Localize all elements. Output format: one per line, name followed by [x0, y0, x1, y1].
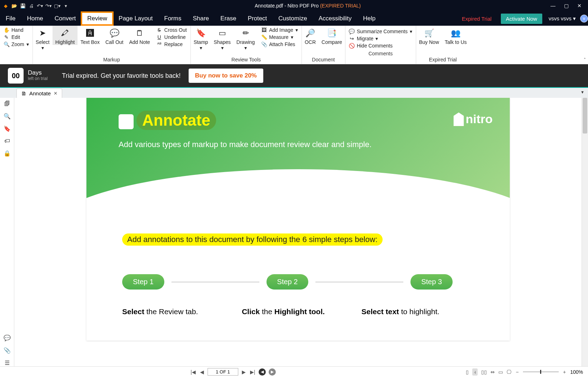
cross-out-button[interactable]: S̶Cross Out — [156, 27, 187, 33]
stamp-icon: 🔖 — [196, 27, 206, 39]
view-single-icon[interactable]: ▯ — [466, 369, 469, 375]
buy-now-button[interactable]: 🛒Buy Now — [416, 26, 442, 45]
layers-panel-icon[interactable]: ☰ — [5, 360, 10, 366]
measure-button[interactable]: 📏Measure ▾ — [261, 34, 298, 40]
attachments-panel-icon[interactable]: 📎 — [4, 347, 11, 354]
scrollbar-thumb[interactable] — [583, 98, 587, 134]
select-button[interactable]: ➤Select▾ — [33, 26, 53, 51]
maximize-button[interactable]: ▢ — [564, 3, 569, 9]
ribbon-group-markup: ➤Select▾ 🖍Highlight 🅰Text Box 💬Call Out … — [33, 26, 191, 64]
migrate-button[interactable]: ↪Migrate ▾ — [349, 36, 412, 41]
shapes-button[interactable]: ▭Shapes▾ — [211, 26, 233, 51]
attach-files-button[interactable]: 📎Attach Files — [261, 41, 298, 47]
user-avatar[interactable]: v — [580, 15, 588, 22]
hide-icon: 🚫 — [349, 43, 355, 49]
text-box-button[interactable]: 🅰Text Box — [78, 26, 103, 45]
view-fullscreen-icon[interactable]: 🖵 — [507, 369, 512, 375]
open-icon[interactable]: 📂 — [11, 3, 17, 9]
call-out-button[interactable]: 💬Call Out — [103, 26, 126, 45]
trial-days-badge: 00 — [8, 68, 24, 84]
hide-comments-button[interactable]: 🚫Hide Comments — [349, 43, 412, 49]
zoom-level[interactable]: 100% — [570, 369, 583, 375]
zoom-out-button[interactable]: − — [515, 369, 519, 375]
zoom-in-button[interactable]: + — [562, 369, 567, 375]
tags-panel-icon[interactable]: 🏷 — [4, 138, 10, 144]
menu-erase[interactable]: Erase — [215, 12, 242, 25]
menu-share[interactable]: Share — [187, 12, 215, 25]
next-page-button[interactable]: ▶ — [241, 369, 246, 375]
zoom-slider-thumb[interactable] — [540, 370, 541, 374]
close-button[interactable]: ✕ — [577, 3, 582, 9]
replace-button[interactable]: ᴬᴮReplace — [156, 41, 187, 47]
user-menu[interactable]: vsvs vsvs ▾ — [547, 15, 578, 22]
underline-button[interactable]: UUnderline — [156, 34, 187, 40]
view-fit-page-icon[interactable]: ▭ — [498, 369, 503, 375]
menu-page-layout[interactable]: Page Layout — [113, 12, 158, 25]
hero-title: Annotate — [136, 111, 216, 130]
ribbon-group-review-tools: 🔖Stamp▾ ▭Shapes▾ ✏Drawing▾ 🖼Add Image ▾ … — [191, 26, 302, 64]
nav-forward-button[interactable]: ▶ — [269, 368, 276, 376]
ocr-button[interactable]: 🔎OCR — [302, 26, 319, 45]
bookmarks-panel-icon[interactable]: 🔖 — [4, 125, 11, 132]
tabstrip-dropdown-icon[interactable]: ▼ — [580, 90, 584, 94]
hand-tool[interactable]: ✋Hand — [4, 27, 29, 33]
ocr-icon: 🔎 — [305, 27, 315, 39]
menu-home[interactable]: Home — [21, 12, 49, 25]
view-facing-icon[interactable]: ▯▯ — [481, 369, 487, 375]
view-continuous-icon[interactable]: ⫞ — [472, 368, 478, 376]
print-icon[interactable]: 🖨 — [29, 3, 34, 9]
window-controls: — ▢ ✕ — [544, 3, 588, 9]
highlight-button[interactable]: 🖍Highlight — [53, 26, 78, 45]
document-tab[interactable]: 🗎 Annotate ✕ — [16, 89, 62, 98]
undo-icon[interactable]: ↶▾ — [37, 3, 43, 9]
compare-button[interactable]: 📑Compare — [319, 26, 345, 45]
menu-convert[interactable]: Convert — [49, 12, 82, 25]
redo-icon[interactable]: ↷▾ — [46, 3, 51, 9]
document-tab-label: Annotate — [29, 90, 51, 96]
main-area: 🗐 🔍 🔖 🏷 🔒 💬 📎 ☰ Annotate Add various typ… — [0, 98, 588, 366]
menu-review[interactable]: Review — [81, 12, 113, 25]
buy-now-banner-button[interactable]: Buy now to save 20% — [189, 69, 263, 83]
first-page-button[interactable]: |◀ — [190, 369, 196, 375]
talk-to-us-button[interactable]: 👥Talk to Us — [442, 26, 469, 45]
nav-back-button[interactable]: ◀ — [259, 368, 266, 376]
view-fit-width-icon[interactable]: ⇔ — [490, 369, 495, 375]
search-panel-icon[interactable]: 🔍 — [4, 113, 11, 120]
save-icon[interactable]: 💾 — [20, 3, 26, 9]
last-page-button[interactable]: ▶| — [249, 369, 256, 375]
drawing-button[interactable]: ✏Drawing▾ — [234, 26, 258, 51]
edit-tool[interactable]: ✎Edit — [4, 34, 29, 40]
tab-close-icon[interactable]: ✕ — [54, 91, 58, 96]
zoom-tool[interactable]: 🔍Zoom ▾ — [4, 41, 29, 47]
document-view[interactable]: Annotate Add various types of markup to … — [14, 98, 582, 366]
menu-accessibility[interactable]: Accessibility — [313, 12, 358, 25]
prev-page-button[interactable]: ◀ — [199, 369, 205, 375]
comments-panel-icon[interactable]: 💬 — [4, 335, 11, 341]
page-indicator[interactable]: 1 OF 1 — [208, 368, 238, 376]
cart-icon: 🛒 — [424, 27, 434, 39]
add-note-button[interactable]: 🗒Add Note — [126, 26, 153, 45]
menu-customize[interactable]: Customize — [273, 12, 313, 25]
pages-panel-icon[interactable]: 🗐 — [4, 101, 10, 107]
security-panel-icon[interactable]: 🔒 — [4, 150, 11, 157]
qat-more-icon[interactable]: ▾ — [63, 3, 69, 9]
add-image-button[interactable]: 🖼Add Image ▾ — [261, 27, 298, 33]
step-connector — [171, 282, 259, 282]
activate-now-button[interactable]: Activate Now — [501, 14, 542, 24]
page-navigation: |◀ ◀ 1 OF 1 ▶ ▶| ◀ ▶ — [0, 368, 466, 376]
vertical-scrollbar[interactable] — [582, 98, 588, 366]
menu-file[interactable]: File — [0, 12, 21, 25]
trial-days-text: Days left on trial — [28, 70, 48, 81]
app-icon: ◆ — [3, 3, 9, 9]
minimize-button[interactable]: — — [550, 3, 555, 9]
screen-icon[interactable]: ▢▾ — [54, 3, 60, 9]
note-icon: 🗒 — [136, 27, 144, 39]
step-3-text: Select text to highlight. — [362, 307, 474, 316]
summarize-comments-button[interactable]: 💬Summarize Comments ▾ — [349, 29, 412, 34]
zoom-slider[interactable] — [523, 371, 559, 372]
stamp-button[interactable]: 🔖Stamp▾ — [191, 26, 211, 51]
menu-forms[interactable]: Forms — [159, 12, 187, 25]
ribbon-collapse-icon[interactable]: ˄ — [584, 57, 586, 62]
menu-protect[interactable]: Protect — [242, 12, 273, 25]
menu-help[interactable]: Help — [357, 12, 381, 25]
